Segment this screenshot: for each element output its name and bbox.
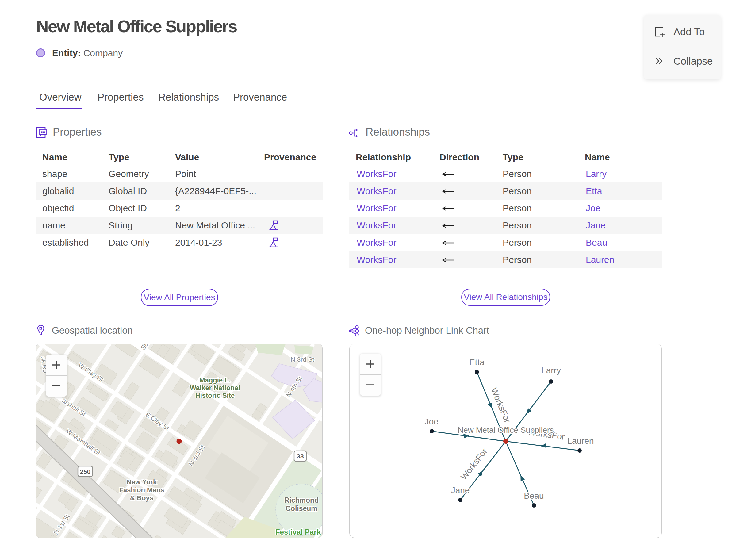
svg-text:250: 250 <box>80 468 90 475</box>
svg-text:Beau: Beau <box>524 491 544 501</box>
svg-text:& Boys: & Boys <box>130 494 153 502</box>
svg-text:Richmond: Richmond <box>284 496 319 504</box>
svg-text:33: 33 <box>297 453 304 460</box>
svg-text:Fashion Mens: Fashion Mens <box>119 486 164 494</box>
svg-text:Larry: Larry <box>541 366 561 375</box>
svg-text:Lauren: Lauren <box>567 436 594 446</box>
svg-text:WorksFor: WorksFor <box>459 447 489 481</box>
svg-text:Walker National: Walker National <box>190 384 240 392</box>
svg-text:WorksFor: WorksFor <box>489 386 512 424</box>
svg-text:N 3rd St: N 3rd St <box>290 356 314 363</box>
svg-text:Jane: Jane <box>451 485 470 495</box>
svg-text:New York: New York <box>127 478 157 486</box>
svg-text:New Metal Office Suppliers: New Metal Office Suppliers <box>458 425 554 435</box>
svg-text:Historic Site: Historic Site <box>195 392 235 399</box>
svg-text:Coliseum: Coliseum <box>286 504 317 512</box>
svg-text:Joe: Joe <box>424 417 438 426</box>
svg-text:Etta: Etta <box>469 358 485 367</box>
svg-text:Maggie L.: Maggie L. <box>199 376 230 384</box>
svg-text:Festival Park: Festival Park <box>275 528 321 536</box>
